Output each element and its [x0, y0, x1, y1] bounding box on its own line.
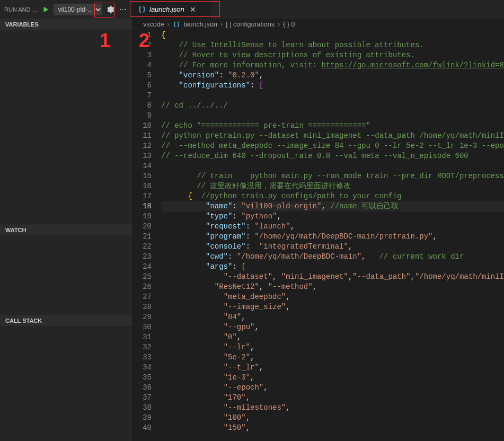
breadcrumbs[interactable]: vscode › launch.json › [ ] configuration…	[132, 19, 504, 30]
watch-header: WATCH	[0, 225, 132, 235]
callstack-section[interactable]: CALL STACK	[0, 315, 132, 441]
breadcrumb-item[interactable]: vscode	[143, 21, 164, 28]
breadcrumb-item[interactable]: [ ] configurations	[226, 21, 275, 28]
chevron-right-icon: ›	[167, 21, 170, 28]
json-icon	[138, 5, 146, 14]
code-editor[interactable]: 1234567891011121314151617181920212223242…	[132, 30, 504, 441]
chevron-right-icon: ›	[278, 21, 280, 28]
json-icon	[173, 21, 181, 29]
breadcrumb-item[interactable]: launch.json	[184, 21, 217, 28]
debug-config-select[interactable]: vil100-pld-…	[54, 4, 102, 15]
tab-launch-json[interactable]: launch.json ✕	[132, 0, 212, 19]
tab-bar: launch.json ✕	[132, 0, 504, 19]
breadcrumb-item[interactable]: { } 0	[283, 21, 295, 28]
variables-section[interactable]: VARIABLES	[0, 19, 132, 224]
editor-area: launch.json ✕ vscode › launch.json › [ ]…	[132, 0, 504, 441]
chevron-right-icon: ›	[220, 21, 223, 28]
line-number-gutter: 1234567891011121314151617181920212223242…	[132, 30, 159, 441]
debug-header: RUN AND … vil100-pld-… ⋯	[0, 0, 132, 19]
tab-label: launch.json	[149, 5, 184, 13]
variables-header: VARIABLES	[0, 19, 132, 30]
callstack-header: CALL STACK	[0, 315, 132, 326]
debug-sidebar: RUN AND … vil100-pld-… ⋯ VARIABLES WATCH…	[0, 0, 132, 441]
watch-section[interactable]: WATCH	[0, 224, 132, 315]
close-icon[interactable]: ✕	[190, 5, 196, 14]
code-content[interactable]: { // Use IntelliSense to learn about pos…	[159, 30, 504, 441]
sidebar-title: RUN AND …	[4, 6, 38, 13]
more-icon[interactable]: ⋯	[118, 4, 128, 15]
gear-icon[interactable]	[105, 4, 115, 15]
start-debug-button[interactable]	[41, 4, 51, 15]
